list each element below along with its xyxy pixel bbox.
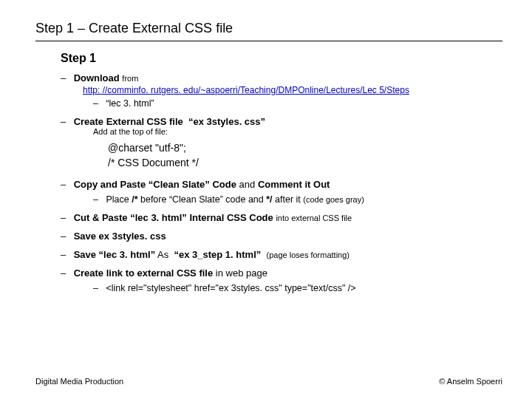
bullet-create-css: – Create External CSS file “ex 3styles. … [61,116,502,168]
code-charset: @charset "utf-8"; [108,142,502,154]
slide: Step 1 – Create External CSS file Step 1… [0,0,532,293]
save-css: Save ex 3styles. css [74,231,166,242]
dash-icon: – [61,116,71,127]
code-cssdoc: /* CSS Document */ [108,157,502,168]
add-top-text: Add at the top of file: [93,127,502,136]
savehtml-b: As [157,249,168,260]
sub-lec3: – “lec 3. html” [93,98,502,109]
link-tag-code: <link rel="stylesheet" href="ex 3styles.… [106,283,355,293]
clean-a: Copy and Paste “Clean Slate” Code [74,179,236,190]
create-css-arg: “ex 3styles. css” [188,116,265,127]
place-e: after it [275,194,301,205]
cut-a: Cut & Paste “lec 3. html” Internal CSS C… [74,212,273,223]
savehtml-a: Save “lec 3. html” [74,249,156,260]
slide-title: Step 1 – Create External CSS file [35,21,502,36]
clean-b: and [239,179,256,190]
bullet-list: – Download from http: //comminfo. rutger… [61,72,502,293]
download-suffix: from [122,74,138,83]
sub-place: – Place /* before “Clean Slate” code and… [93,194,502,205]
divider [35,41,502,41]
createlink-a: Create link to external CSS file [74,267,214,279]
place-a: Place [106,194,129,205]
bullet-create-link: – Create link to external CSS file in we… [61,267,502,293]
place-d: */ [266,194,272,205]
create-css-label: Create External CSS file [74,116,183,127]
dash-icon: – [61,267,71,279]
createlink-b: in web page [216,267,267,279]
subtitle: Step 1 [61,52,502,65]
footer-left: Digital Media Production [35,377,123,386]
bullet-cut-paste: – Cut & Paste “lec 3. html” Internal CSS… [61,212,502,223]
footer: Digital Media Production © Anselm Spoerr… [35,377,502,386]
dash-icon: – [61,231,71,242]
lec3-text: “lec 3. html” [106,98,154,109]
cut-b: into external CSS file [276,214,352,222]
bullet-save-css: – Save ex 3styles. css [61,231,502,242]
download-label: Download [74,72,120,83]
dash-icon: – [93,98,103,109]
clean-c: Comment it Out [258,179,330,190]
footer-right: © Anselm Spoerri [439,377,502,386]
place-f: (code goes gray) [303,195,364,204]
download-url-link[interactable]: http: //comminfo. rutgers. edu/~aspoerri… [83,85,409,95]
dash-icon: – [61,212,71,223]
place-c: before “Clean Slate” code and [140,194,264,205]
sub-linktag: – <link rel="stylesheet" href="ex 3style… [93,283,502,293]
bullet-download: – Download from http: //comminfo. rutger… [61,72,502,109]
savehtml-c: “ex 3_step 1. html” [174,249,262,260]
bullet-save-html: – Save “lec 3. html” As “ex 3_step 1. ht… [61,249,502,260]
place-b: /* [132,194,137,205]
bullet-clean-slate: – Copy and Paste “Clean Slate” Code and … [61,179,502,205]
savehtml-d: (page loses formatting) [267,250,350,259]
dash-icon: – [61,179,71,190]
dash-icon: – [93,283,103,293]
dash-icon: – [61,72,71,83]
dash-icon: – [61,249,71,260]
dash-icon: – [93,194,103,205]
